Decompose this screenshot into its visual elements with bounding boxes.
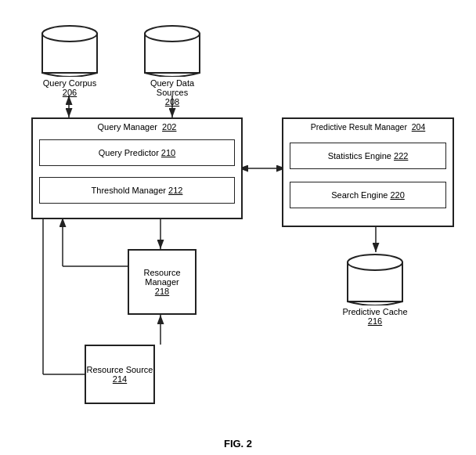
resource-source-box: Resource Source 214 bbox=[85, 345, 155, 404]
resource-manager-label: Resource Manager bbox=[129, 268, 195, 287]
svg-point-17 bbox=[145, 26, 200, 42]
search-engine-box: Search Engine 220 bbox=[290, 182, 446, 208]
resource-source-label: Resource Source bbox=[87, 365, 153, 374]
query-corpus-label: Query Corpus 206 bbox=[43, 78, 96, 97]
query-manager-box: Query Manager 202 Query Predictor 210 Th… bbox=[31, 117, 243, 219]
predictive-result-manager-label: Predictive Result Manager bbox=[311, 122, 407, 132]
query-data-sources-label: Query Data Sources 208 bbox=[137, 78, 207, 107]
resource-manager-number: 218 bbox=[155, 287, 169, 296]
predictive-cache-label: Predictive Cache 216 bbox=[342, 307, 407, 326]
statistics-engine-box: Statistics Engine 222 bbox=[290, 143, 446, 169]
svg-point-19 bbox=[348, 255, 402, 270]
query-data-sources: Query Data Sources 208 bbox=[137, 22, 207, 107]
figure-caption: FIG. 2 bbox=[0, 432, 476, 455]
resource-source-number: 214 bbox=[113, 374, 127, 384]
query-manager-label: Query Manager bbox=[98, 122, 157, 132]
resource-manager-box: Resource Manager 218 bbox=[128, 249, 197, 315]
svg-point-15 bbox=[42, 26, 97, 42]
query-predictor-box: Query Predictor 210 bbox=[39, 139, 235, 166]
threshold-manager-box: Threshold Manager 212 bbox=[39, 177, 235, 204]
predictive-cache: Predictive Cache 216 bbox=[340, 251, 410, 326]
predictive-result-manager-number: 204 bbox=[412, 122, 426, 132]
predictive-result-manager-box: Predictive Result Manager 204 Statistics… bbox=[282, 117, 454, 227]
query-corpus: Query Corpus 206 bbox=[34, 22, 105, 97]
query-manager-number: 202 bbox=[162, 122, 176, 132]
